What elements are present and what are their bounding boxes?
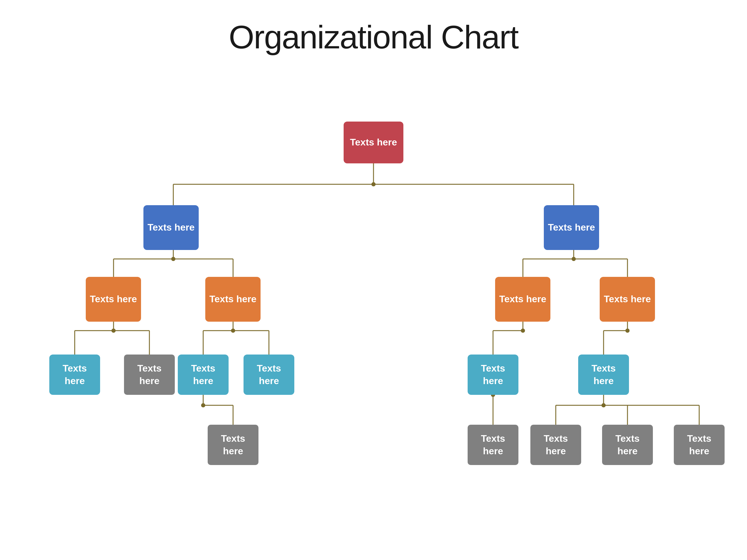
node-l2b: Texts here [205,277,261,322]
node-l4b: Texts here [468,425,518,465]
svg-point-4 [371,182,376,186]
svg-point-44 [601,403,606,407]
node-l1b: Texts here [544,205,599,250]
node-l3c: Texts here [178,354,229,395]
svg-point-32 [521,328,525,333]
node-l3b: Texts here [124,354,175,395]
node-l4d: Texts here [602,425,653,465]
node-l2d: Texts here [600,277,655,322]
page-title: Organizational Chart [229,18,518,56]
node-l4e: Texts here [674,425,725,465]
svg-point-24 [231,328,235,333]
node-l4c: Texts here [531,425,581,465]
node-root: Texts here [344,122,403,163]
svg-point-14 [572,257,576,261]
node-l2c: Texts here [495,277,550,322]
node-l3a: Texts here [49,354,100,395]
svg-point-19 [111,328,115,333]
node-l3d: Texts here [243,354,294,395]
node-l2a: Texts here [86,277,141,322]
svg-point-36 [625,328,629,333]
org-chart: Texts here Texts here Texts here Texts h… [15,68,732,546]
node-l3e: Texts here [468,354,518,395]
node-l3f: Texts here [578,354,629,395]
svg-point-28 [201,403,205,407]
svg-point-9 [171,257,175,261]
node-l4a: Texts here [208,425,258,465]
node-l1a: Texts here [144,205,199,250]
